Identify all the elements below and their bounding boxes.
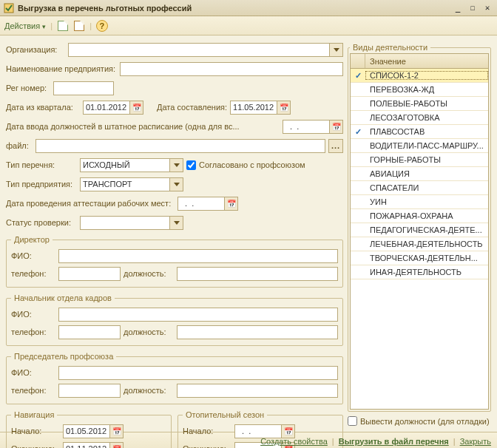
company-name-input[interactable] [120,62,343,76]
positions-date-input[interactable] [283,120,330,134]
attestation-date-picker[interactable]: 📅 [225,197,238,211]
nav-start-picker[interactable]: 📅 [110,424,124,438]
list-type-select[interactable] [80,158,170,172]
check-status-dropdown[interactable] [170,216,183,230]
hr-fio-input[interactable] [58,308,338,322]
hr-phone-input[interactable] [58,325,121,339]
union-position-input[interactable] [177,384,338,398]
activities-row-value: АВИАЦИЯ [365,169,488,178]
close-button[interactable]: ✕ [481,2,494,14]
activities-row[interactable]: ЛЕЧЕБНАЯ-ДЕЯТЕЛЬНОСТЬ [351,237,488,251]
hr-phone-label: телефон: [11,327,55,336]
activities-row[interactable]: ПЕДАГОГИЧЕСКАЯ-ДЕЯТЕ... [351,223,488,237]
nav-end-input[interactable] [63,442,110,449]
nav-end-picker[interactable]: 📅 [110,442,124,449]
label-quarter-date: Дата из квартала: [6,103,80,112]
company-type-dropdown[interactable] [170,177,183,191]
hr-position-label: должность: [124,327,174,336]
director-legend: Директор [11,235,53,244]
activities-row-value: УИН [365,197,488,206]
org-input[interactable] [68,43,330,57]
label-file: файл: [6,141,33,150]
activities-row[interactable]: ИНАЯ-ДЕЯТЕЛЬНОСТЬ [351,265,488,279]
activities-row[interactable]: АВИАЦИЯ [351,167,488,181]
activities-row[interactable]: ГОРНЫЕ-РАБОТЫ [351,153,488,167]
activities-row-check[interactable]: ✓ [351,127,365,137]
activities-row[interactable]: ✓СПИСОК-1-2 [351,69,488,83]
hr-chief-group: Начальник отдела кадров ФИО: телефон: до… [6,293,343,346]
quarter-date-input[interactable] [83,101,130,115]
label-compose-date: Дата составления: [157,103,227,112]
positions-date-picker[interactable]: 📅 [330,120,343,134]
compose-date-input[interactable] [230,101,277,115]
label-reg-no: Рег номер: [6,84,50,92]
file-input[interactable] [36,139,325,153]
union-chair-group: Председатель профсоюза ФИО: телефон: дол… [6,352,343,404]
union-fio-input[interactable] [58,366,338,380]
nav-start-label: Начало: [11,427,60,435]
activities-group: Виды деятельности Значение ✓СПИСОК-1-2ПЕ… [348,43,491,412]
check-status-select[interactable] [80,216,170,230]
activities-row[interactable]: СПАСАТЕЛИ [351,181,488,195]
create-properties-link[interactable]: Создать свойства [260,437,328,446]
app-icon [3,2,15,14]
file-browse-button[interactable]: ... [328,139,343,153]
actions-menu[interactable]: Действия ▾ [4,21,46,30]
list-type-dropdown[interactable] [170,158,183,172]
label-company-name: Наименование предприятия: [6,64,117,73]
export-link[interactable]: Выгрузить в файл перечня [339,437,449,446]
activities-row[interactable]: ЛЕСОЗАГОТОВКА [351,111,488,125]
union-phone-input[interactable] [58,384,121,398]
maximize-button[interactable]: ☐ [466,2,479,14]
toolbar-icon-1[interactable] [57,20,69,32]
director-position-input[interactable] [177,267,338,281]
activities-row-value: СПИСОК-1-2 [365,71,488,80]
debug-positions-label: Вывести должности (для отладки) [360,417,490,426]
label-attestation-date: Дата проведения аттестации рабочих мест: [6,199,175,208]
activities-row[interactable]: ✓ПЛАВСОСТАВ [351,125,488,139]
help-icon[interactable]: ? [96,20,108,32]
director-fio-input[interactable] [58,249,338,263]
activities-row[interactable]: УИН [351,195,488,209]
close-link[interactable]: Закрыть [460,437,491,446]
navigation-legend: Навигация [11,410,57,419]
nav-end-label: Окончание: [11,444,60,448]
activities-grid[interactable]: Значение ✓СПИСОК-1-2ПЕРЕВОЗКА-ЖДПОЛЕВЫЕ-… [350,53,489,410]
director-phone-label: телефон: [11,269,55,278]
activities-row-value: СПАСАТЕЛИ [365,183,488,192]
hr-fio-label: ФИО: [11,310,55,319]
quarter-date-picker[interactable]: 📅 [130,101,143,115]
heating-start-label: Начало: [183,427,231,435]
hr-position-input[interactable] [177,325,338,339]
reg-no-input[interactable] [53,81,114,95]
org-dropdown-button[interactable] [330,43,343,57]
director-phone-input[interactable] [58,267,121,281]
debug-positions-checkbox[interactable] [348,416,357,426]
director-fio-label: ФИО: [11,251,55,260]
activities-row[interactable]: ПОЖАРНАЯ-ОХРАНА [351,209,488,223]
director-group: Директор ФИО: телефон: должность: [6,235,343,288]
agreed-checkbox[interactable] [186,160,196,170]
activities-row-value: ТВОРЧЕСКАЯ-ДЕЯТЕЛЬН... [365,254,488,262]
activities-row[interactable]: ВОДИТЕЛИ-ПАСС-МАРШРУ... [351,139,488,153]
activities-row[interactable]: ПЕРЕВОЗКА-ЖД [351,83,488,97]
label-company-type: Тип предприятия: [6,180,77,189]
activities-grid-header: Значение [351,54,488,69]
activities-row-check[interactable]: ✓ [351,71,365,81]
activities-row[interactable]: ТВОРЧЕСКАЯ-ДЕЯТЕЛЬН... [351,251,488,265]
toolbar-icon-2[interactable] [73,20,85,32]
label-check-status: Статус проверки: [6,218,77,227]
activities-row-value: ЛЕЧЕБНАЯ-ДЕЯТЕЛЬНОСТЬ [365,240,488,248]
nav-start-input[interactable] [63,424,110,438]
activities-row[interactable]: ПОЛЕВЫЕ-РАБОТЫ [351,97,488,111]
label-agreed: Согласовано с профсоюзом [199,160,305,169]
titlebar: Выгрузка в перечень льготных профессий _… [0,0,497,16]
activities-row-value: ПОЖАРНАЯ-ОХРАНА [365,211,488,220]
activities-row-value: ВОДИТЕЛИ-ПАСС-МАРШРУ... [365,141,488,150]
company-type-select[interactable] [80,177,170,191]
compose-date-picker[interactable]: 📅 [277,101,291,115]
attestation-date-input[interactable] [178,197,225,211]
director-position-label: должность: [124,269,174,278]
minimize-button[interactable]: _ [451,2,464,14]
activities-row-value: ЛЕСОЗАГОТОВКА [365,113,488,122]
